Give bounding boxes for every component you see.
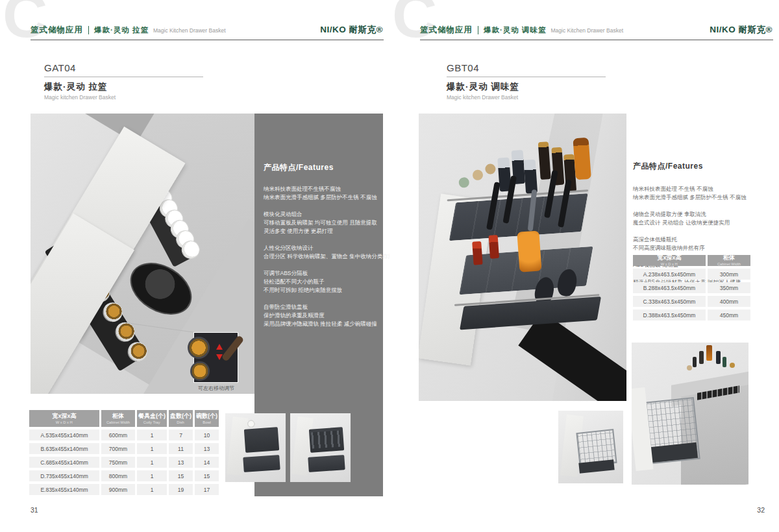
spec-table: 宽x深x高W x D x H 柜体Cabinet Width A.238x463… bbox=[633, 255, 750, 320]
bottle-cap bbox=[730, 363, 735, 368]
feature-line: 高深盒体低矮瓶托 bbox=[633, 236, 773, 244]
secondary-photo-basket-angle-2 bbox=[290, 413, 351, 482]
main-product-photo: 可左右移动调节 bbox=[31, 114, 254, 394]
spec-table: 宽x深x高W x D x H 柜体Cabinet Width 餐具盒(个)Cut… bbox=[29, 410, 219, 495]
oil-bottle bbox=[573, 138, 591, 180]
oil-bottle bbox=[706, 345, 712, 361]
product-code: GAT04 bbox=[44, 62, 206, 73]
feature-line: 采用品牌缓冲隐藏滑轨 推拉轻柔 减少碗碟碰撞 bbox=[264, 320, 377, 328]
header-subtitle: 爆款·灵动 拉篮 bbox=[94, 25, 149, 35]
product-heading: GAT04 爆款·灵动 拉篮 Magic kitchen Drawer Bask… bbox=[44, 62, 206, 101]
header-subtitle-en: Magic Kitchen Drawer Basket bbox=[551, 27, 624, 34]
product-name: 爆款·灵动 拉篮 bbox=[44, 81, 206, 93]
header-subtitle: 爆款·灵动 调味篮 bbox=[484, 25, 547, 35]
table-row: E.835x455x140mm900mm11917 bbox=[29, 484, 219, 495]
table-row: B.635x455x140mm700mm11113 bbox=[29, 443, 219, 454]
page-header: 篮式储物应用 爆款·灵动 拉篮 Magic Kitchen Drawer Bas… bbox=[31, 23, 383, 36]
secondary-photo-basket-angle-1 bbox=[225, 413, 286, 482]
feature-line: 模块化灵动组合 bbox=[264, 210, 377, 219]
feature-line: 人性化分区收纳设计 bbox=[264, 244, 377, 252]
feature-line: 合理分区 科学收纳碗碟架、置物盒 集中收纳分类存放 bbox=[264, 252, 377, 261]
page-31: C 篮式储物应用 爆款·灵动 拉篮 Magic Kitchen Drawer B… bbox=[0, 0, 390, 532]
brand-logo: NI/KO 耐斯克® bbox=[320, 24, 383, 36]
feature-line: 储物盒灵动提取方便 拿取清洗 bbox=[633, 210, 773, 219]
feature-line: 可移动置板及碗碟架 均可独立使用 且随意提取 bbox=[264, 219, 377, 227]
page-number: 31 bbox=[31, 506, 38, 514]
header-rule bbox=[31, 40, 384, 40]
table-header-row: 宽x深x高W x D x H 柜体Cabinet Width bbox=[633, 255, 750, 266]
page-header: 篮式储物应用 爆款·灵动 调味篮 Magic Kitchen Drawer Ba… bbox=[420, 23, 773, 36]
product-name-en: Magic kitchen Drawer Basket bbox=[447, 94, 609, 101]
brand-logo: NI/KO 耐斯克® bbox=[710, 24, 773, 36]
red-cap-bottle bbox=[472, 241, 482, 265]
catalog-spread: C 篮式储物应用 爆款·灵动 拉篮 Magic Kitchen Drawer B… bbox=[0, 0, 779, 532]
spice-pullout-basket bbox=[449, 152, 602, 362]
orange-sauce-bottle bbox=[517, 230, 541, 272]
sauce-bottle bbox=[524, 160, 538, 194]
inset-jar bbox=[190, 361, 210, 381]
secondary-photo-wire-basket bbox=[558, 411, 623, 483]
header-divider bbox=[478, 26, 478, 34]
table-row: D.735x455x140mm800mm11515 bbox=[29, 470, 219, 481]
table-row: C.338x463.5x450mm400mm bbox=[633, 296, 750, 307]
table-row: A.238x463.5x450mm300mm bbox=[633, 269, 750, 280]
inset-jar bbox=[188, 337, 210, 359]
bottle bbox=[723, 357, 726, 367]
product-name-en: Magic kitchen Drawer Basket bbox=[44, 94, 206, 101]
feature-line: 不同高度调味瓶收纳井然有序 bbox=[633, 244, 773, 252]
page-number: 32 bbox=[757, 506, 765, 514]
feature-line: 纳米表面光滑手感细腻 多层防护不生锈 不腐蚀 bbox=[633, 193, 773, 202]
table-row: B.288x463.5x450mm350mm bbox=[633, 282, 750, 293]
features-title: 产品特点/Features bbox=[633, 161, 773, 172]
red-arrow-up-icon bbox=[216, 344, 223, 350]
jar-lid bbox=[485, 163, 496, 175]
main-product-photo bbox=[419, 114, 626, 401]
product-name: 爆款·灵动 调味篮 bbox=[447, 81, 609, 93]
inset-caption: 可左右移动调节 bbox=[181, 385, 251, 392]
feature-line: 轻松适配不同大小的瓶子 bbox=[264, 278, 377, 286]
section-title: 篮式储物应用 bbox=[420, 25, 473, 36]
feature-line: 可调节ABS分隔板 bbox=[264, 269, 377, 278]
product-heading: GBT04 爆款·灵动 调味篮 Magic kitchen Drawer Bas… bbox=[447, 62, 609, 101]
feature-line: 魔盒式设计 灵动组合 让收纳更便捷实用 bbox=[633, 219, 773, 227]
feature-line: 纳米表面光滑手感细腻 多层防护不生锈 不腐蚀 bbox=[264, 193, 377, 202]
jar-lid bbox=[472, 169, 483, 180]
feature-line: 自带防尘滑轨盖板 bbox=[264, 303, 377, 311]
header-rule bbox=[420, 40, 773, 40]
features-title: 产品特点/Features bbox=[264, 162, 377, 173]
table-row: D.388x463.5x450mm450mm bbox=[633, 309, 750, 320]
red-arrow-down-icon bbox=[216, 354, 223, 360]
product-rule bbox=[447, 77, 606, 77]
secondary-photo-kitchen-scene bbox=[632, 343, 748, 485]
product-code: GBT04 bbox=[447, 62, 609, 73]
basket-base-tray bbox=[460, 296, 601, 330]
table-row: C.685x455x140mm750mm11314 bbox=[29, 457, 219, 468]
feature-line: 保护滑轨的承重及顺滑度 bbox=[264, 311, 377, 320]
detail-inset-photo bbox=[194, 333, 238, 382]
header-divider bbox=[88, 26, 89, 34]
section-title: 篮式储物应用 bbox=[31, 25, 83, 36]
red-cap-bottle bbox=[489, 235, 499, 259]
feature-line: 不用时可拆卸 拒绝约束随意摆放 bbox=[264, 286, 377, 295]
feature-line: 纳米科技表面处理不生锈不腐蚀 bbox=[264, 185, 377, 193]
features-block: 产品特点/Features 纳米科技表面处理不生锈不腐蚀纳米表面光滑手感细腻 多… bbox=[264, 162, 377, 337]
jar-lid bbox=[687, 365, 692, 370]
page-32: C 篮式储物应用 爆款·灵动 调味篮 Magic Kitchen Drawer … bbox=[390, 0, 779, 532]
bottle bbox=[699, 351, 704, 364]
jar-lid bbox=[458, 177, 469, 188]
header-subtitle-en: Magic Kitchen Drawer Basket bbox=[153, 27, 226, 34]
bottle bbox=[693, 357, 697, 367]
feature-line: 灵活多变 使用方便 更易打理 bbox=[264, 227, 377, 236]
product-rule bbox=[44, 77, 203, 77]
feature-line: 纳米科技表面处理 不生锈 不腐蚀 bbox=[633, 185, 773, 193]
table-row: A.535x455x140mm600mm1710 bbox=[29, 429, 219, 441]
bottle bbox=[716, 351, 721, 364]
table-header-row: 宽x深x高W x D x H 柜体Cabinet Width 餐具盒(个)Cut… bbox=[29, 410, 219, 427]
